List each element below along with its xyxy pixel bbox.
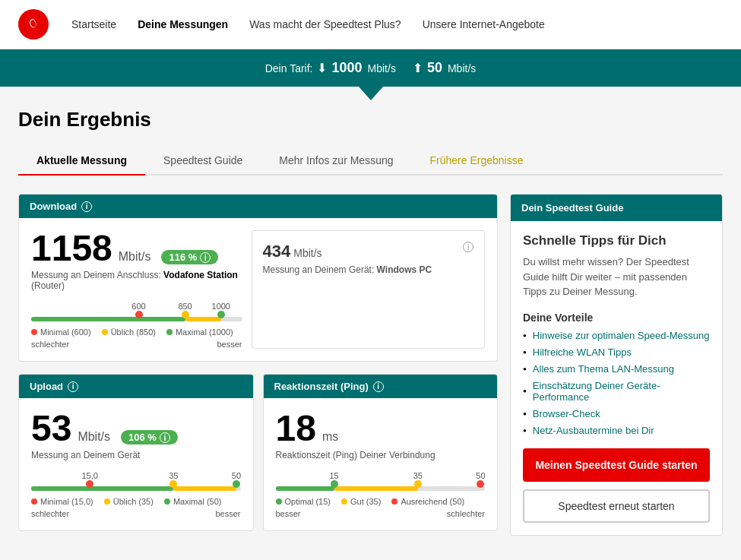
sidebar: Dein Speedtest Guide Schnelle Tipps für … — [510, 194, 723, 536]
upload-legend-dot-usual — [104, 498, 110, 505]
download-label-850: 850 — [178, 302, 192, 311]
legend-dot-minimal — [31, 329, 37, 335]
restart-speedtest-button[interactable]: Speedtest erneut starten — [523, 489, 710, 523]
device-unit: Mbit/s — [293, 247, 321, 259]
page-title: Dein Ergebnis — [18, 105, 723, 131]
download-scale-left: schlechter — [31, 340, 69, 349]
ping-dot-ausreichend — [477, 480, 484, 488]
ping-scale-labels: besser schlechter — [276, 509, 486, 518]
sidebar-list-item-0[interactable]: Hinweise zur optimalen Speed-Messung — [523, 330, 710, 341]
upload-dot-usual — [169, 480, 177, 488]
upload-legend-dot-max — [164, 498, 170, 505]
nav-was-macht[interactable]: Was macht der Speedtest Plus? — [249, 18, 401, 30]
download-header-label: Download — [30, 201, 77, 212]
ping-legend-gut: Gut (35) — [341, 497, 381, 506]
tab-speedtest-guide[interactable]: Speedtest Guide — [145, 147, 261, 174]
sidebar-list-item-5[interactable]: Netz-Ausbautermine bei Dir — [523, 425, 710, 436]
ping-legend-dot-ausreichend — [391, 498, 397, 505]
ping-metric: 18 ms — [276, 410, 486, 447]
sidebar-list-item-browser-check[interactable]: Browser-Check — [523, 408, 710, 419]
upload-gauge-fill-yellow — [173, 486, 236, 491]
upload-unit: Mbit/s — [78, 430, 110, 444]
device-value: 434 — [263, 242, 291, 261]
download-scale-right: besser — [217, 340, 242, 349]
tab-fruehere-ergebnisse[interactable]: Frühere Ergebnisse — [412, 147, 542, 174]
nav-internet-angebote[interactable]: Unsere Internet-Angebote — [423, 18, 545, 30]
ping-gauge-labels: 15 35 50 — [276, 471, 486, 485]
device-metric-group: 434 Mbit/s Messung an Deinem Gerät: Wind… — [263, 242, 432, 275]
download-card-header: Download i — [19, 195, 497, 218]
download-value: 1158 — [31, 230, 112, 267]
bottom-row: Upload i 53 Mbit/s 106 % i — [18, 374, 498, 531]
tab-mehr-infos[interactable]: Mehr Infos zur Messung — [261, 147, 411, 174]
ping-card-body: 18 ms Reaktionszeit (Ping) Deiner Verbin… — [264, 398, 498, 530]
upload-gauge-track — [31, 486, 241, 491]
ping-gauge-fill-yellow — [334, 486, 418, 491]
ping-label-35: 35 — [413, 471, 423, 480]
upload-scale-left: schlechter — [31, 509, 69, 518]
ping-sub: Reaktionszeit (Ping) Deiner Verbindung — [276, 450, 486, 460]
header: Startseite Deine Messungen Was macht der… — [0, 0, 741, 49]
download-gauge-track — [31, 317, 242, 321]
upload-gauge-labels: 15,0 35 50 — [31, 471, 241, 485]
page-body: Dein Ergebnis Aktuelle Messung Speedtest… — [0, 87, 741, 560]
upload-card: Upload i 53 Mbit/s 106 % i — [18, 374, 254, 531]
vodafone-logo[interactable] — [18, 9, 49, 40]
tab-aktuelle-messung[interactable]: Aktuelle Messung — [18, 147, 145, 174]
ping-info-icon[interactable]: i — [373, 381, 384, 392]
nav-startseite[interactable]: Startseite — [71, 18, 116, 30]
download-dot-minimal — [135, 311, 143, 318]
legend-usual: Üblich (850) — [102, 327, 156, 337]
upload-gauge-fill-green — [31, 486, 173, 491]
main-content: Download i 1158 Mbit/s 116 % i — [18, 194, 498, 536]
ping-card-header: Reaktionszeit (Ping) i — [264, 375, 498, 398]
download-info-icon[interactable]: i — [81, 201, 92, 212]
upload-percent-info-icon[interactable]: i — [160, 432, 170, 443]
download-percent-info-icon[interactable]: i — [200, 252, 211, 263]
download-sub: Messung an Deinem Anschluss: Vodafone St… — [31, 270, 242, 291]
upload-legend-dot-minimal — [31, 498, 37, 505]
ping-dot-gut — [414, 480, 422, 488]
content-layout: Download i 1158 Mbit/s 116 % i — [18, 194, 723, 536]
sidebar-list-item-3[interactable]: Einschätzung Deiner Geräte-Performance — [523, 380, 710, 403]
nav-deine-messungen[interactable]: Deine Messungen — [138, 18, 228, 30]
upload-dot-max — [233, 480, 240, 488]
download-percent: 116 % i — [161, 250, 218, 264]
download-metric: 1158 Mbit/s 116 % i — [31, 230, 242, 267]
ping-gauge-fill-green — [276, 486, 334, 491]
upload-scale-labels: schlechter besser — [31, 509, 241, 518]
ping-dot-optimal — [331, 480, 338, 488]
download-device-card: 434 Mbit/s Messung an Deinem Gerät: Wind… — [252, 230, 486, 349]
sidebar-header: Dein Speedtest Guide — [511, 195, 722, 221]
download-label-600: 600 — [131, 302, 145, 311]
sidebar-list-item-2[interactable]: Alles zum Thema LAN-Messung — [523, 363, 710, 375]
ping-label-15: 15 — [330, 471, 339, 480]
upload-legend-minimal: Minimal (15,0) — [31, 497, 93, 506]
upload-label-15: 15,0 — [81, 471, 97, 480]
upload-label-50: 50 — [232, 471, 241, 480]
sidebar-list-item-1[interactable]: Hilfreiche WLAN Tipps — [523, 346, 710, 358]
device-info-icon[interactable]: i — [463, 242, 473, 252]
upload-dot-minimal — [86, 480, 93, 488]
upload-card-header: Upload i — [19, 375, 253, 398]
upload-label-35: 35 — [169, 471, 178, 480]
tariff-upload-value: 50 Mbit/s — [427, 60, 476, 76]
upload-legend-max: Maximal (50) — [164, 497, 222, 506]
sidebar-subtitle: Deine Vorteile — [523, 312, 710, 324]
upload-legend: Minimal (15,0) Üblich (35) Maximal (50) — [31, 497, 241, 506]
sidebar-body: Schnelle Tipps für Dich Du willst mehr w… — [511, 221, 722, 535]
upload-percent: 106 % i — [121, 430, 178, 445]
start-guide-button[interactable]: Meinen Speedtest Guide starten — [523, 448, 710, 482]
sidebar-card: Dein Speedtest Guide Schnelle Tipps für … — [510, 194, 723, 536]
upload-info-icon[interactable]: i — [68, 381, 78, 392]
tariff-download-value: 1000 Mbit/s — [331, 60, 395, 76]
tariff-label: Dein Tarif: — [265, 62, 313, 74]
download-legend: Minimal (600) Üblich (850) Maximal (1000… — [31, 327, 242, 337]
ping-legend-dot-optimal — [276, 498, 282, 505]
tabs: Aktuelle Messung Speedtest Guide Mehr In… — [18, 147, 723, 176]
download-main: 1158 Mbit/s 116 % i Messung an Deinem An… — [31, 230, 242, 349]
upload-value: 53 — [31, 410, 71, 447]
upload-metric: 53 Mbit/s 106 % i — [31, 410, 241, 447]
upload-scale-right: besser — [215, 509, 240, 518]
ping-label-50: 50 — [476, 471, 485, 480]
